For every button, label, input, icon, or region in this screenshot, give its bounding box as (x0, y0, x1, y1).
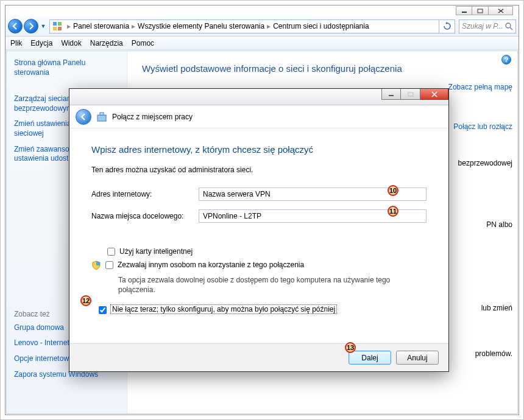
dialog-titlebar[interactable] (69, 89, 448, 105)
internet-address-value: Nazwa serwera VPN (203, 190, 271, 198)
window-controls (456, 6, 513, 15)
sidebar-link-home[interactable]: Strona główna Panelu sterowania (14, 58, 119, 77)
breadcrumb-item[interactable]: Centrum sieci i udostępniania (273, 22, 369, 30)
close-button[interactable] (489, 6, 513, 15)
smartcard-checkbox[interactable] (107, 248, 115, 256)
dont-connect-now-label: Nie łącz teraz; tylko skonfiguruj, aby m… (110, 304, 337, 314)
dialog-close-button[interactable] (420, 89, 448, 100)
dialog-header-title: Połącz z miejscem pracy (112, 113, 193, 121)
maximize-icon (477, 9, 483, 13)
menu-view[interactable]: Widok (61, 39, 81, 47)
address-bar: ▼ ▸ Panel sterowania ▸ Wszystkie element… (5, 16, 519, 37)
search-input[interactable]: Szukaj w P... (459, 19, 516, 33)
chevron-right-icon: ▸ (132, 22, 135, 30)
bg-text-vpn: PN albo (486, 220, 512, 229)
minimize-icon (461, 9, 467, 13)
bg-link-map[interactable]: Zobacz pełną mapę (448, 83, 512, 91)
menu-bar: Plik Edycja Widok Narzędzia Pomoc (5, 37, 519, 50)
menu-tools[interactable]: Narzędzia (90, 39, 123, 47)
menu-edit[interactable]: Edycja (30, 39, 52, 47)
svg-rect-9 (408, 93, 413, 96)
close-icon (498, 9, 504, 13)
destination-name-value: VPNonline - L2TP (203, 212, 261, 220)
svg-rect-4 (53, 27, 57, 30)
svg-rect-3 (58, 22, 62, 26)
svg-rect-2 (53, 22, 57, 26)
smartcard-label: Użyj karty inteligentnej (119, 247, 193, 256)
callout-13: 13 (345, 342, 356, 353)
dialog-heading: Wpisz adres internetowy, z którym chcesz… (91, 144, 427, 155)
maximize-icon (408, 92, 414, 97)
arrow-left-icon (79, 113, 88, 121)
page-title: Wyświetl podstawowe informacje o sieci i… (142, 63, 503, 74)
bg-text-change: lub zmień (481, 304, 512, 312)
allow-others-checkbox[interactable] (105, 261, 113, 269)
breadcrumb-item[interactable]: Panel sterowania (73, 22, 129, 30)
breadcrumb[interactable]: ▸ Panel sterowania ▸ Wszystkie elementy … (49, 19, 439, 33)
refresh-icon (443, 22, 451, 30)
workplace-icon (96, 111, 107, 122)
nav-back-button[interactable] (8, 19, 23, 33)
minimize-icon (388, 92, 394, 97)
dont-connect-now-checkbox[interactable] (99, 306, 107, 314)
menu-file[interactable]: Plik (10, 39, 22, 47)
dialog-body: Wpisz adres internetowy, z którym chcesz… (69, 128, 448, 343)
help-icon[interactable]: ? (501, 55, 511, 65)
connect-workplace-dialog: Połącz z miejscem pracy Wpisz adres inte… (69, 88, 449, 372)
chevron-right-icon: ▸ (67, 22, 71, 30)
callout-12: 12 (80, 295, 91, 306)
refresh-button[interactable] (439, 19, 455, 33)
destination-name-label: Nazwa miejsca docelowego: (91, 212, 199, 220)
dialog-header: Połącz z miejscem pracy (69, 105, 448, 128)
dialog-maximize-button (401, 89, 420, 100)
dialog-subtitle: Ten adres można uzyskać od administrator… (91, 166, 427, 174)
arrow-right-icon (27, 23, 35, 30)
arrow-left-icon (12, 23, 19, 30)
svg-point-6 (506, 23, 511, 28)
svg-line-7 (510, 27, 512, 30)
uac-shield-icon (91, 261, 101, 270)
control-panel-icon (52, 21, 62, 31)
bg-text-problems: problemów. (475, 349, 512, 358)
callout-10: 10 (388, 185, 398, 196)
svg-rect-5 (58, 27, 62, 30)
nav-history-dropdown[interactable]: ▼ (40, 21, 47, 32)
svg-rect-10 (97, 115, 106, 121)
maximize-button[interactable] (472, 6, 489, 15)
dialog-footer: Dalej Anuluj (69, 343, 448, 371)
breadcrumb-item[interactable]: Wszystkie elementy Panelu sterowania (138, 22, 264, 30)
bg-text-wireless: bezprzewodowej (458, 159, 512, 167)
svg-rect-11 (100, 113, 104, 115)
allow-others-label: Zezwalaj innym osobom na korzystanie z t… (118, 261, 304, 269)
chevron-right-icon: ▸ (267, 22, 271, 30)
menu-help[interactable]: Pomoc (132, 39, 154, 47)
svg-rect-1 (478, 9, 483, 13)
internet-address-label: Adres internetowy: (91, 190, 199, 198)
nav-forward-button[interactable] (24, 19, 38, 33)
close-icon (431, 91, 438, 97)
allow-others-hint: Ta opcja zezwala dowolnej osobie z dostę… (118, 275, 411, 295)
dialog-minimize-button[interactable] (381, 89, 401, 100)
callout-11: 11 (388, 206, 398, 217)
search-placeholder: Szukaj w P... (462, 22, 503, 30)
next-button[interactable]: Dalej (349, 351, 391, 365)
cancel-button[interactable]: Anuluj (396, 351, 439, 365)
dialog-back-button[interactable] (76, 109, 91, 125)
bg-link-connect[interactable]: Połącz lub rozłącz (453, 122, 512, 131)
minimize-button[interactable] (456, 6, 472, 15)
search-icon (505, 23, 513, 30)
